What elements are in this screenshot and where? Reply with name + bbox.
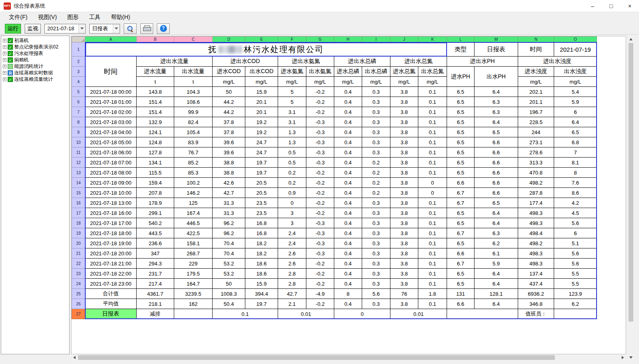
cell[interactable]: 2021-07-18 17:00 <box>85 218 137 228</box>
cell[interactable]: 273.1 <box>518 137 554 147</box>
cell[interactable]: 498.3 <box>518 248 554 259</box>
scroll-up-button[interactable] <box>628 36 634 42</box>
cell[interactable]: 6.5 <box>475 198 518 208</box>
sub-header[interactable]: 进水氨氮 <box>278 67 306 77</box>
cell[interactable]: 8.1 <box>554 158 597 168</box>
group-header[interactable]: 进出水总磷 <box>334 57 390 67</box>
total-cell[interactable]: 1.8 <box>418 289 447 299</box>
total-cell[interactable]: 394.4 <box>245 289 278 299</box>
cell[interactable]: 2.4 <box>278 238 306 248</box>
cell[interactable]: 39.6 <box>213 147 245 158</box>
cell[interactable]: 540.2 <box>137 218 174 228</box>
cell[interactable]: 6.4 <box>554 117 597 127</box>
total-cell[interactable]: -4.9 <box>306 289 334 299</box>
cell[interactable]: 19.7 <box>245 158 278 168</box>
cell[interactable]: 3.8 <box>390 279 418 289</box>
unit-header[interactable]: mg/L <box>418 77 447 87</box>
row-header-1[interactable]: 1 <box>72 42 85 57</box>
cell[interactable]: 6.6 <box>475 188 518 198</box>
cell[interactable]: 167.4 <box>174 208 213 218</box>
cell[interactable]: 18.6 <box>245 269 278 279</box>
cell[interactable]: 2021-07-18 09:00 <box>85 178 137 188</box>
cell[interactable]: 2021-07-18 02:00 <box>85 107 137 117</box>
cell[interactable]: 6.5 <box>475 127 518 137</box>
cell[interactable]: 159.4 <box>137 178 174 188</box>
cell[interactable]: 0.4 <box>334 117 362 127</box>
total-cell[interactable]: 123.9 <box>554 289 597 299</box>
cell[interactable]: 2021-07-18 18:00 <box>85 228 137 238</box>
average-label[interactable]: 平均值 <box>85 299 137 309</box>
unit-header[interactable]: mg/L <box>518 77 554 87</box>
cell[interactable]: 3.1 <box>278 117 306 127</box>
cell[interactable]: 0.3 <box>362 117 390 127</box>
column-header-G[interactable]: G <box>306 37 334 42</box>
cell[interactable]: 6.5 <box>447 218 475 228</box>
column-header-N[interactable]: N <box>518 37 554 42</box>
cell[interactable]: 6.3 <box>475 107 518 117</box>
column-header-F[interactable]: F <box>278 37 306 42</box>
scroll-down-button[interactable] <box>628 354 634 361</box>
group-header[interactable]: 进出水浊度 <box>518 57 597 67</box>
cell[interactable]: 3.1 <box>278 107 306 117</box>
cell[interactable]: 2021-07-18 07:00 <box>85 158 137 168</box>
cell[interactable]: 0.2 <box>362 178 390 188</box>
cell[interactable]: 5.5 <box>554 269 597 279</box>
row-header-18[interactable]: 18 <box>72 218 85 228</box>
cell[interactable]: 85.3 <box>174 168 213 178</box>
cell[interactable]: 2021-07-18 03:00 <box>85 117 137 127</box>
cell[interactable]: 201.1 <box>518 97 554 107</box>
report-type-select[interactable]: 日报表 <box>89 24 120 34</box>
sub-header[interactable]: 进水总氮 <box>390 67 418 77</box>
sub-header[interactable]: 出水浊度 <box>554 67 597 77</box>
cell[interactable]: 498.3 <box>518 208 554 218</box>
cell[interactable]: 0.3 <box>362 137 390 147</box>
column-header-A[interactable]: A <box>85 37 137 42</box>
cell[interactable]: 0.1 <box>418 97 447 107</box>
cell[interactable]: 6.5 <box>447 238 475 248</box>
cell[interactable]: -0.2 <box>306 279 334 289</box>
cell[interactable]: 124.8 <box>137 137 174 147</box>
cell[interactable]: 2021-07-18 22:00 <box>85 269 137 279</box>
cell[interactable]: 105.4 <box>174 127 213 137</box>
cell[interactable]: 0.4 <box>334 127 362 137</box>
row-header-25[interactable]: 25 <box>72 289 85 299</box>
cell[interactable]: 0.3 <box>362 107 390 117</box>
cell[interactable]: 15.9 <box>245 87 278 97</box>
cell[interactable]: 2021-07-18 00:00 <box>85 87 137 97</box>
cell[interactable]: 2021-07-18 23:00 <box>85 279 137 289</box>
cell[interactable]: 0.3 <box>362 279 390 289</box>
cell[interactable]: 0 <box>418 178 447 188</box>
cell[interactable]: 108.6 <box>174 97 213 107</box>
cell[interactable]: 18.6 <box>245 259 278 269</box>
cell[interactable]: 19.7 <box>245 168 278 178</box>
cell[interactable]: -0.2 <box>306 198 334 208</box>
cell[interactable]: 0.1 <box>418 248 447 259</box>
total-cell[interactable]: 131 <box>447 289 475 299</box>
cell[interactable]: 6 <box>554 228 597 238</box>
cell[interactable]: 6.6 <box>475 158 518 168</box>
cell[interactable]: 151.4 <box>137 97 174 107</box>
cell[interactable]: 6.5 <box>447 117 475 127</box>
total-cell[interactable]: 128.1 <box>475 289 518 299</box>
cell[interactable]: 207.8 <box>137 188 174 198</box>
cell[interactable]: 0.4 <box>334 279 362 289</box>
footer-value-4[interactable]: 0.01 <box>390 309 447 319</box>
cell[interactable]: 143.8 <box>137 87 174 97</box>
cell[interactable]: 44.2 <box>213 107 245 117</box>
cell[interactable]: 177.4 <box>518 198 554 208</box>
cell[interactable]: 20.5 <box>245 178 278 188</box>
total-cell[interactable]: 8 <box>334 289 362 299</box>
cell[interactable]: 38.8 <box>213 168 245 178</box>
cell[interactable]: -0.3 <box>306 147 334 158</box>
cell[interactable]: 31.3 <box>213 208 245 218</box>
cell[interactable]: 0.5 <box>278 158 306 168</box>
unit-header[interactable]: mg/L <box>213 77 245 87</box>
expand-plus-icon[interactable]: + <box>3 65 6 68</box>
cell[interactable]: 39.6 <box>213 137 245 147</box>
cell[interactable]: 0.4 <box>334 168 362 178</box>
cell[interactable]: 0.1 <box>418 168 447 178</box>
row-header-4[interactable]: 4 <box>72 77 85 87</box>
column-header-L[interactable]: L <box>447 37 475 42</box>
cell[interactable]: 3.8 <box>390 168 418 178</box>
cell[interactable]: 0.4 <box>334 188 362 198</box>
